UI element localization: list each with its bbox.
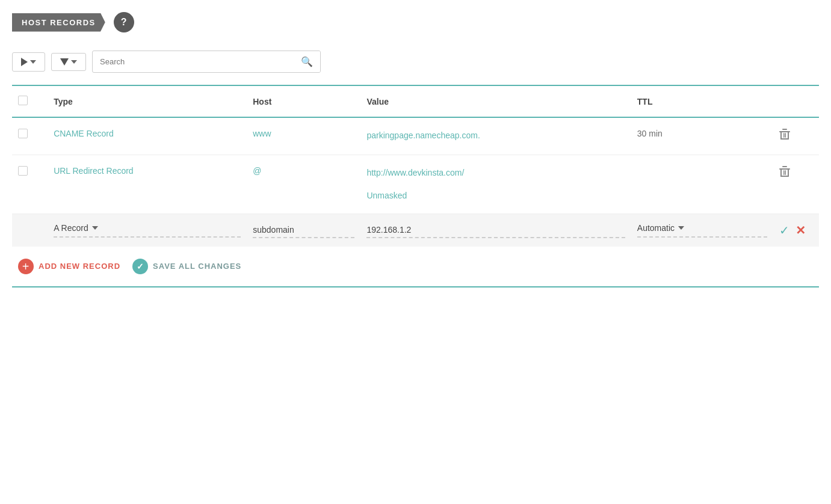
svg-rect-12 (783, 170, 785, 175)
help-button[interactable]: ? (114, 12, 134, 32)
svg-rect-4 (780, 138, 789, 140)
editing-action-cell: ✓ ✕ (773, 214, 819, 247)
editing-row: A Record Automatic (12, 214, 819, 247)
records-table: Type Host Value TTL (12, 86, 819, 247)
header-type: Type (48, 86, 247, 117)
search-button[interactable]: 🔍 (294, 51, 320, 72)
filter-dropdown-button[interactable] (51, 53, 86, 71)
row-host-cell: www (247, 117, 360, 155)
save-icon: ✓ (132, 259, 148, 274)
row-checkbox[interactable] (18, 166, 28, 176)
chevron-down-icon (71, 60, 77, 64)
svg-rect-8 (782, 166, 787, 167)
header-check (12, 86, 48, 117)
row-check-cell (12, 117, 48, 155)
delete-button[interactable] (779, 166, 790, 181)
editing-value-cell (360, 214, 631, 247)
row-value-cell: http://www.devkinsta.com/ Unmasked (360, 155, 631, 214)
add-new-record-button[interactable]: + ADD NEW RECORD (18, 259, 120, 274)
chevron-down-icon (678, 226, 684, 230)
row-checkbox[interactable] (18, 129, 28, 138)
record-host: @ (253, 166, 261, 176)
record-host: www (253, 129, 271, 138)
add-record-label: ADD NEW RECORD (39, 262, 120, 271)
record-type-link[interactable]: URL Redirect Record (54, 166, 134, 176)
editing-host-cell (247, 214, 360, 247)
trash-icon (779, 129, 790, 141)
editing-type-text: A Record (54, 223, 88, 233)
svg-rect-6 (785, 133, 786, 138)
chevron-down-icon (30, 60, 36, 64)
row-type-cell: CNAME Record (48, 117, 247, 155)
row-action-cell (773, 117, 819, 155)
row-actions: ✓ ✕ (779, 223, 813, 238)
svg-rect-1 (782, 129, 787, 130)
row-check-cell (12, 155, 48, 214)
record-value-line2: Unmasked (366, 191, 407, 200)
record-value-line1: http://www.devkinsta.com/ (366, 168, 464, 177)
table-row: URL Redirect Record @ http://www.devkins… (12, 155, 819, 214)
record-type-link[interactable]: CNAME Record (54, 129, 114, 138)
row-ttl-cell (631, 155, 774, 214)
table-row: CNAME Record www parkingpage.namecheap.c… (12, 117, 819, 155)
add-icon: + (18, 259, 34, 274)
search-input[interactable] (93, 52, 294, 71)
delete-button[interactable] (779, 129, 790, 144)
search-box: 🔍 (92, 51, 321, 73)
save-changes-button[interactable]: ✓ SAVE ALL CHANGES (132, 259, 241, 274)
cancel-edit-button[interactable]: ✕ (795, 223, 806, 238)
record-value: parkingpage.namecheap.com. (366, 131, 480, 140)
svg-rect-11 (780, 176, 789, 177)
header-action (773, 86, 819, 117)
record-ttl: 30 min (637, 129, 663, 138)
table-header-row: Type Host Value TTL (12, 86, 819, 117)
save-label: SAVE ALL CHANGES (153, 262, 241, 271)
bottom-actions: + ADD NEW RECORD ✓ SAVE ALL CHANGES (12, 247, 819, 287)
svg-rect-13 (785, 170, 786, 175)
play-dropdown-button[interactable] (12, 52, 45, 72)
ttl-select-wrapper: Automatic (637, 223, 768, 238)
toolbar: 🔍 (12, 51, 819, 73)
editing-ttl-cell: Automatic (631, 214, 774, 247)
header: HOST RECORDS ? (12, 12, 819, 32)
page-wrapper: HOST RECORDS ? 🔍 Type (0, 0, 831, 287)
play-icon (21, 58, 28, 66)
chevron-down-icon (92, 226, 98, 230)
page-title: HOST RECORDS (12, 13, 105, 32)
row-host-cell: @ (247, 155, 360, 214)
svg-rect-5 (783, 133, 785, 138)
editing-type-cell: A Record (48, 214, 247, 247)
trash-icon (779, 166, 790, 178)
row-type-cell: URL Redirect Record (48, 155, 247, 214)
editing-host-input[interactable] (253, 223, 354, 238)
confirm-edit-button[interactable]: ✓ (779, 223, 789, 238)
editing-check-cell (12, 214, 48, 247)
header-ttl: TTL (631, 86, 774, 117)
row-action-cell (773, 155, 819, 214)
filter-icon (60, 58, 69, 66)
header-value: Value (360, 86, 631, 117)
select-all-checkbox[interactable] (18, 96, 28, 105)
row-value-cell: parkingpage.namecheap.com. (360, 117, 631, 155)
type-select-wrapper: A Record (54, 223, 241, 238)
row-ttl-cell: 30 min (631, 117, 774, 155)
header-host: Host (247, 86, 360, 117)
editing-value-input[interactable] (366, 223, 625, 238)
editing-ttl-text: Automatic (637, 223, 675, 233)
